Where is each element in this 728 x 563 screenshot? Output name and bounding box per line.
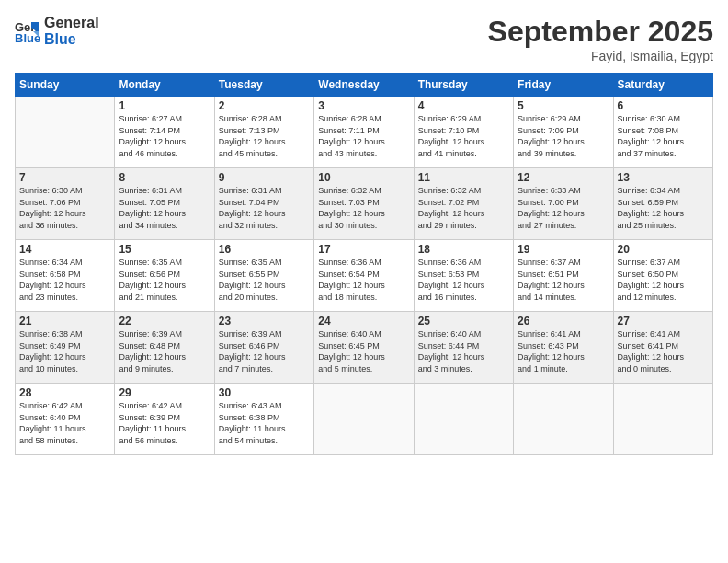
day-number: 28	[19, 386, 110, 399]
header-wednesday: Wednesday	[314, 74, 414, 97]
calendar-week-row: 14Sunrise: 6:34 AM Sunset: 6:58 PM Dayli…	[16, 240, 713, 312]
day-info: Sunrise: 6:30 AM Sunset: 7:08 PM Dayligh…	[618, 113, 709, 159]
table-row: 8Sunrise: 6:31 AM Sunset: 7:05 PM Daylig…	[115, 168, 214, 240]
day-number: 8	[119, 171, 210, 184]
day-info: Sunrise: 6:35 AM Sunset: 6:55 PM Dayligh…	[219, 257, 310, 303]
table-row: 18Sunrise: 6:36 AM Sunset: 6:53 PM Dayli…	[414, 240, 513, 312]
table-row: 30Sunrise: 6:43 AM Sunset: 6:38 PM Dayli…	[214, 384, 313, 455]
header: Gen Blue General Blue September 2025 Fay…	[15, 15, 713, 63]
day-info: Sunrise: 6:28 AM Sunset: 7:13 PM Dayligh…	[219, 113, 310, 159]
day-info: Sunrise: 6:42 AM Sunset: 6:39 PM Dayligh…	[119, 400, 210, 446]
day-number: 6	[618, 99, 709, 112]
day-number: 11	[418, 171, 509, 184]
day-info: Sunrise: 6:37 AM Sunset: 6:51 PM Dayligh…	[518, 257, 609, 303]
header-friday: Friday	[514, 74, 613, 97]
day-info: Sunrise: 6:34 AM Sunset: 6:58 PM Dayligh…	[19, 257, 110, 303]
day-number: 20	[618, 243, 709, 256]
table-row: 15Sunrise: 6:35 AM Sunset: 6:56 PM Dayli…	[115, 240, 214, 312]
table-row	[16, 97, 115, 168]
day-info: Sunrise: 6:29 AM Sunset: 7:09 PM Dayligh…	[518, 113, 609, 159]
calendar-week-row: 28Sunrise: 6:42 AM Sunset: 6:40 PM Dayli…	[16, 384, 713, 455]
day-number: 1	[119, 99, 210, 112]
table-row: 2Sunrise: 6:28 AM Sunset: 7:13 PM Daylig…	[214, 97, 313, 168]
day-info: Sunrise: 6:27 AM Sunset: 7:14 PM Dayligh…	[119, 113, 210, 159]
day-info: Sunrise: 6:31 AM Sunset: 7:04 PM Dayligh…	[219, 185, 310, 231]
day-number: 18	[418, 243, 509, 256]
header-tuesday: Tuesday	[214, 74, 313, 97]
table-row	[514, 384, 613, 455]
page: Gen Blue General Blue September 2025 Fay…	[0, 0, 728, 563]
header-sunday: Sunday	[16, 74, 115, 97]
table-row: 22Sunrise: 6:39 AM Sunset: 6:48 PM Dayli…	[115, 312, 214, 384]
table-row	[314, 384, 414, 455]
table-row	[613, 384, 712, 455]
day-number: 10	[318, 171, 409, 184]
day-number: 5	[518, 99, 609, 112]
logo-text: General Blue	[44, 15, 99, 47]
day-info: Sunrise: 6:29 AM Sunset: 7:10 PM Dayligh…	[418, 113, 509, 159]
day-number: 13	[618, 171, 709, 184]
day-info: Sunrise: 6:39 AM Sunset: 6:46 PM Dayligh…	[219, 328, 310, 374]
logo: Gen Blue General Blue	[15, 15, 99, 47]
table-row: 27Sunrise: 6:41 AM Sunset: 6:41 PM Dayli…	[613, 312, 712, 384]
day-info: Sunrise: 6:41 AM Sunset: 6:41 PM Dayligh…	[618, 328, 709, 374]
logo-icon: Gen Blue	[15, 18, 40, 44]
day-info: Sunrise: 6:30 AM Sunset: 7:06 PM Dayligh…	[19, 185, 110, 231]
table-row: 26Sunrise: 6:41 AM Sunset: 6:43 PM Dayli…	[514, 312, 613, 384]
day-info: Sunrise: 6:31 AM Sunset: 7:05 PM Dayligh…	[119, 185, 210, 231]
day-info: Sunrise: 6:41 AM Sunset: 6:43 PM Dayligh…	[518, 328, 609, 374]
table-row: 7Sunrise: 6:30 AM Sunset: 7:06 PM Daylig…	[16, 168, 115, 240]
table-row: 20Sunrise: 6:37 AM Sunset: 6:50 PM Dayli…	[613, 240, 712, 312]
location: Fayid, Ismailia, Egypt	[488, 49, 713, 63]
day-info: Sunrise: 6:39 AM Sunset: 6:48 PM Dayligh…	[119, 328, 210, 374]
day-info: Sunrise: 6:40 AM Sunset: 6:45 PM Dayligh…	[318, 328, 409, 374]
calendar: Sunday Monday Tuesday Wednesday Thursday…	[15, 73, 713, 455]
header-saturday: Saturday	[613, 74, 712, 97]
day-number: 22	[119, 315, 210, 327]
table-row: 3Sunrise: 6:28 AM Sunset: 7:11 PM Daylig…	[314, 97, 414, 168]
day-number: 7	[19, 171, 110, 184]
header-monday: Monday	[115, 74, 214, 97]
table-row	[414, 384, 513, 455]
day-info: Sunrise: 6:33 AM Sunset: 7:00 PM Dayligh…	[518, 185, 609, 231]
day-number: 4	[418, 99, 509, 112]
month-title: September 2025	[488, 15, 713, 49]
calendar-week-row: 7Sunrise: 6:30 AM Sunset: 7:06 PM Daylig…	[16, 168, 713, 240]
day-number: 29	[119, 386, 210, 399]
table-row: 21Sunrise: 6:38 AM Sunset: 6:49 PM Dayli…	[16, 312, 115, 384]
day-info: Sunrise: 6:37 AM Sunset: 6:50 PM Dayligh…	[618, 257, 709, 303]
day-info: Sunrise: 6:32 AM Sunset: 7:02 PM Dayligh…	[418, 185, 509, 231]
table-row: 11Sunrise: 6:32 AM Sunset: 7:02 PM Dayli…	[414, 168, 513, 240]
day-info: Sunrise: 6:42 AM Sunset: 6:40 PM Dayligh…	[19, 400, 110, 446]
day-info: Sunrise: 6:36 AM Sunset: 6:53 PM Dayligh…	[418, 257, 509, 303]
table-row: 19Sunrise: 6:37 AM Sunset: 6:51 PM Dayli…	[514, 240, 613, 312]
table-row: 12Sunrise: 6:33 AM Sunset: 7:00 PM Dayli…	[514, 168, 613, 240]
day-number: 3	[318, 99, 409, 112]
table-row: 13Sunrise: 6:34 AM Sunset: 6:59 PM Dayli…	[613, 168, 712, 240]
weekday-header-row: Sunday Monday Tuesday Wednesday Thursday…	[16, 74, 713, 97]
day-number: 23	[219, 315, 310, 327]
day-number: 12	[518, 171, 609, 184]
day-number: 16	[219, 243, 310, 256]
day-number: 2	[219, 99, 310, 112]
day-info: Sunrise: 6:36 AM Sunset: 6:54 PM Dayligh…	[318, 257, 409, 303]
table-row: 17Sunrise: 6:36 AM Sunset: 6:54 PM Dayli…	[314, 240, 414, 312]
day-number: 24	[318, 315, 409, 327]
table-row: 16Sunrise: 6:35 AM Sunset: 6:55 PM Dayli…	[214, 240, 313, 312]
day-info: Sunrise: 6:38 AM Sunset: 6:49 PM Dayligh…	[19, 328, 110, 374]
calendar-week-row: 1Sunrise: 6:27 AM Sunset: 7:14 PM Daylig…	[16, 97, 713, 168]
day-number: 26	[518, 315, 609, 327]
day-info: Sunrise: 6:34 AM Sunset: 6:59 PM Dayligh…	[618, 185, 709, 231]
header-thursday: Thursday	[414, 74, 513, 97]
day-info: Sunrise: 6:32 AM Sunset: 7:03 PM Dayligh…	[318, 185, 409, 231]
day-info: Sunrise: 6:28 AM Sunset: 7:11 PM Dayligh…	[318, 113, 409, 159]
table-row: 14Sunrise: 6:34 AM Sunset: 6:58 PM Dayli…	[16, 240, 115, 312]
table-row: 29Sunrise: 6:42 AM Sunset: 6:39 PM Dayli…	[115, 384, 214, 455]
table-row: 1Sunrise: 6:27 AM Sunset: 7:14 PM Daylig…	[115, 97, 214, 168]
table-row: 28Sunrise: 6:42 AM Sunset: 6:40 PM Dayli…	[16, 384, 115, 455]
day-number: 14	[19, 243, 110, 256]
table-row: 10Sunrise: 6:32 AM Sunset: 7:03 PM Dayli…	[314, 168, 414, 240]
title-block: September 2025 Fayid, Ismailia, Egypt	[488, 15, 713, 63]
table-row: 4Sunrise: 6:29 AM Sunset: 7:10 PM Daylig…	[414, 97, 513, 168]
table-row: 24Sunrise: 6:40 AM Sunset: 6:45 PM Dayli…	[314, 312, 414, 384]
